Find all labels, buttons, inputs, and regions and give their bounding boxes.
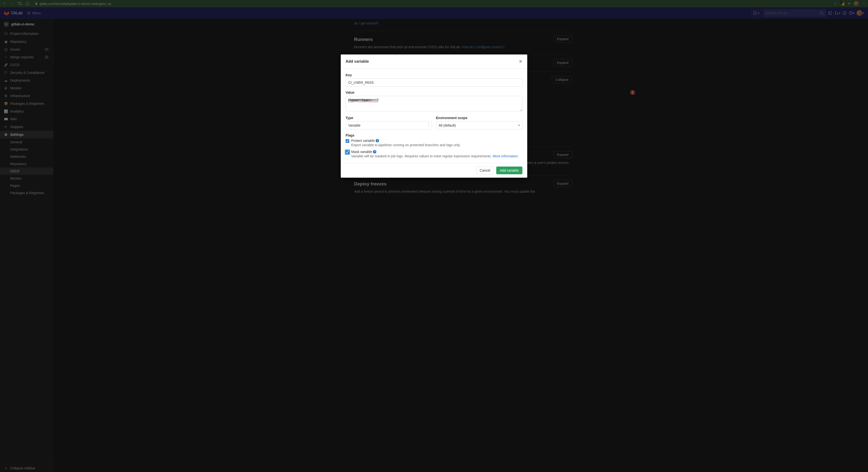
flags-label: Flags <box>346 133 522 137</box>
modal-header: Add variable ✕ <box>341 55 527 69</box>
value-textarea[interactable]: <span></span> <box>346 96 522 111</box>
modal-title: Add variable <box>346 59 369 64</box>
type-label: Type <box>346 116 432 120</box>
protect-row: Protect variable? Export variable to pip… <box>346 139 522 147</box>
help-icon[interactable]: ? <box>373 150 376 154</box>
protect-label: Protect variable <box>351 139 375 142</box>
value-label: Value <box>346 91 522 94</box>
modal-footer: Cancel Add variable <box>341 163 527 178</box>
add-variable-modal: Add variable ✕ Key Value <span></span> c… <box>341 55 527 178</box>
protect-desc: Export variable to pipelines running on … <box>351 143 461 147</box>
key-label: Key <box>346 73 522 77</box>
scope-select[interactable]: All (default) <box>436 121 522 130</box>
add-variable-button[interactable]: Add variable <box>496 167 522 174</box>
mask-link[interactable]: More information <box>493 154 518 158</box>
mask-row: Mask variable? Variable will be masked i… <box>346 150 522 158</box>
type-select[interactable]: Variable <box>346 121 432 130</box>
close-icon[interactable]: ✕ <box>519 59 522 64</box>
cancel-button[interactable]: Cancel <box>476 167 494 174</box>
protect-checkbox[interactable] <box>346 139 349 143</box>
scope-label: Environment scope <box>436 116 522 120</box>
help-icon[interactable]: ? <box>376 139 379 142</box>
mask-label: Mask variable <box>351 150 372 154</box>
mask-checkbox[interactable] <box>346 150 349 154</box>
key-input[interactable] <box>346 78 522 87</box>
mask-desc: Variable will be masked in job logs. Req… <box>351 154 518 158</box>
